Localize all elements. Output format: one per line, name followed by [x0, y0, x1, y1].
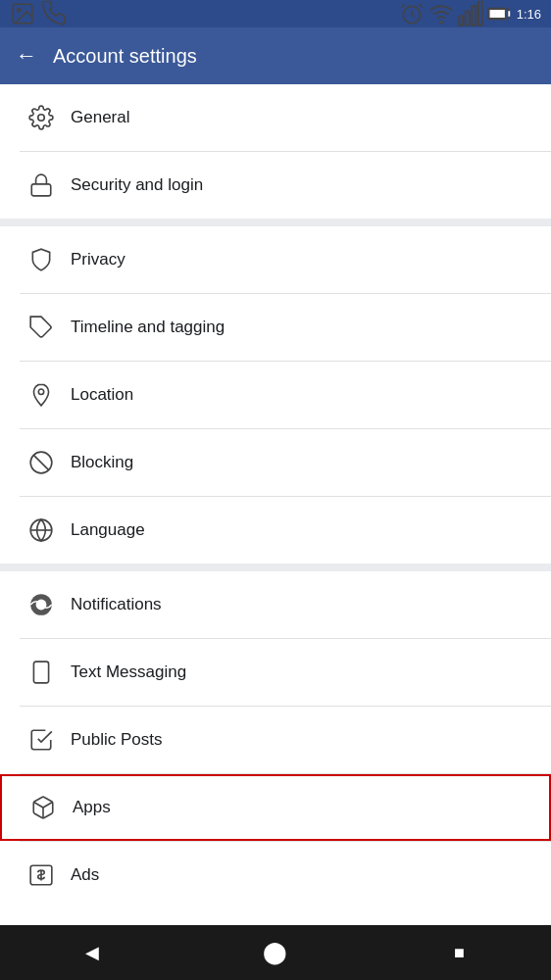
back-button[interactable]: ← — [16, 43, 37, 69]
photo-icon — [10, 1, 35, 26]
cube-svg — [30, 795, 56, 820]
globe-svg — [28, 517, 54, 543]
status-bar-left — [10, 1, 67, 26]
alarm-icon — [399, 1, 425, 26]
location-svg — [28, 382, 54, 408]
location-icon — [20, 382, 63, 408]
svg-point-13 — [38, 389, 43, 394]
nav-recent-button[interactable]: ■ — [429, 933, 488, 972]
menu-item-language[interactable]: Language — [0, 497, 551, 564]
menu-item-blocking[interactable]: Blocking — [0, 429, 551, 496]
privacy-svg — [28, 247, 54, 272]
checkbox-svg — [28, 727, 54, 753]
notifications-icon — [20, 592, 63, 617]
menu-item-privacy[interactable]: Privacy — [0, 226, 551, 293]
text-messaging-icon — [20, 660, 63, 685]
svg-rect-9 — [489, 9, 506, 18]
menu-item-apps[interactable]: Apps — [0, 774, 551, 841]
status-bar: 1:16 — [0, 0, 551, 27]
svg-rect-20 — [33, 662, 48, 683]
ads-icon — [20, 862, 63, 888]
public-posts-icon — [20, 727, 63, 753]
menu-item-text-messaging[interactable]: Text Messaging — [0, 639, 551, 706]
language-label: Language — [71, 520, 145, 540]
text-messaging-label: Text Messaging — [71, 662, 186, 682]
menu-item-notifications[interactable]: Notifications — [0, 571, 551, 638]
location-label: Location — [71, 385, 133, 405]
svg-point-3 — [440, 22, 442, 24]
bottom-nav: ◀ ⬤ ■ — [0, 925, 551, 980]
general-icon — [20, 105, 63, 130]
home-nav-icon: ⬤ — [263, 940, 287, 965]
privacy-icon — [20, 247, 63, 272]
security-icon — [20, 172, 63, 198]
signal-icon — [458, 1, 483, 26]
menu-item-security[interactable]: Security and login — [0, 152, 551, 219]
timeline-label: Timeline and tagging — [71, 318, 225, 337]
svg-point-1 — [18, 9, 21, 12]
svg-rect-5 — [465, 11, 469, 24]
blocking-icon — [20, 450, 63, 475]
status-bar-right: 1:16 — [399, 1, 541, 26]
timeline-icon — [20, 315, 63, 340]
phone-icon — [41, 1, 67, 26]
blocking-label: Blocking — [71, 453, 133, 472]
apps-label: Apps — [73, 798, 111, 817]
menu-item-timeline[interactable]: Timeline and tagging — [0, 294, 551, 361]
ads-label: Ads — [71, 865, 99, 885]
battery-icon — [487, 1, 513, 26]
group-divider-1 — [0, 219, 551, 226]
back-nav-icon: ◀ — [85, 942, 99, 963]
group-divider-2 — [0, 564, 551, 571]
time-display: 1:16 — [517, 7, 541, 22]
app-header: ← Account settings — [0, 27, 551, 84]
svg-line-15 — [33, 455, 48, 469]
privacy-label: Privacy — [71, 250, 125, 270]
svg-rect-11 — [31, 184, 51, 196]
dollar-svg — [28, 862, 54, 888]
nav-back-button[interactable]: ◀ — [63, 933, 122, 972]
security-label: Security and login — [71, 175, 203, 195]
notifications-label: Notifications — [71, 595, 162, 614]
lock-svg — [28, 172, 54, 198]
block-svg — [28, 450, 54, 475]
general-label: General — [71, 108, 129, 127]
language-icon — [20, 517, 63, 543]
svg-rect-6 — [472, 6, 476, 25]
gear-svg — [28, 105, 54, 130]
menu-item-ads[interactable]: Ads — [0, 842, 551, 908]
nav-home-button[interactable]: ⬤ — [246, 933, 305, 972]
menu-item-public-posts[interactable]: Public Posts — [0, 707, 551, 773]
notifications-svg — [28, 592, 54, 617]
public-posts-label: Public Posts — [71, 730, 163, 750]
header-title: Account settings — [53, 45, 197, 68]
recent-nav-icon: ■ — [454, 943, 465, 963]
menu-item-location[interactable]: Location — [0, 362, 551, 428]
mobile-svg — [28, 660, 54, 685]
svg-rect-7 — [477, 1, 481, 25]
svg-rect-4 — [459, 17, 463, 25]
settings-content: General Security and login Privacy — [0, 84, 551, 925]
menu-item-general[interactable]: General — [0, 84, 551, 151]
tag-svg — [28, 315, 54, 340]
wifi-icon — [428, 1, 454, 26]
svg-point-10 — [38, 115, 45, 122]
apps-icon — [22, 795, 65, 820]
